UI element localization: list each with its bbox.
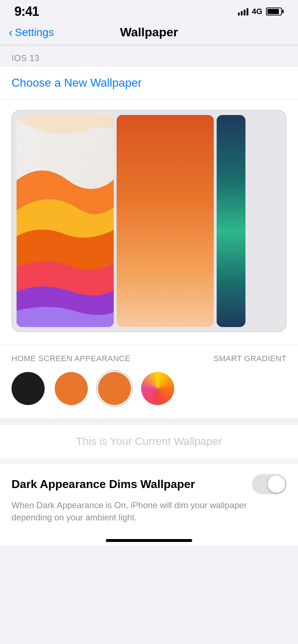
nav-bar: ‹ Settings Wallpaper	[0, 22, 298, 45]
current-wallpaper-section: This is Your Current Wallpaper	[0, 424, 298, 458]
page-title: Wallpaper	[120, 25, 178, 39]
current-wallpaper-label: This is Your Current Wallpaper	[76, 435, 222, 447]
home-indicator	[106, 539, 192, 542]
color-black[interactable]	[12, 372, 45, 405]
signal-icon	[238, 8, 248, 15]
dark-appearance-row: Dark Appearance Dims Wallpaper	[12, 474, 286, 494]
svg-rect-1	[117, 115, 214, 327]
color-circles	[12, 372, 286, 405]
color-gradient[interactable]	[141, 372, 174, 405]
home-wallpaper	[117, 115, 214, 327]
dark-appearance-section: Dark Appearance Dims Wallpaper When Dark…	[0, 464, 298, 533]
dark-appearance-label: Dark Appearance Dims Wallpaper	[12, 478, 213, 491]
divider	[0, 421, 298, 421]
dark-appearance-description: When Dark Appearance is On, iPhone will …	[12, 499, 286, 523]
home-screen-wallpaper-card[interactable]	[117, 115, 214, 327]
chevron-left-icon: ‹	[9, 26, 13, 38]
status-icons: 4G	[238, 7, 284, 16]
color-orange[interactable]	[55, 372, 88, 405]
back-label: Settings	[15, 26, 54, 38]
color-orange-selected[interactable]	[98, 372, 131, 405]
appearance-title: HOME SCREEN APPEARANCE	[12, 354, 130, 363]
status-time: 9:41	[14, 4, 39, 19]
choose-wallpaper-link[interactable]: Choose a New Wallpaper	[12, 76, 142, 89]
smart-gradient-label: SMART GRADIENT	[213, 354, 286, 363]
appearance-header: HOME SCREEN APPEARANCE SMART GRADIENT	[12, 354, 286, 363]
toggle-thumb	[268, 475, 285, 493]
status-bar: 9:41 4G	[0, 0, 298, 22]
wallpaper-cards-container[interactable]	[12, 110, 286, 332]
appearance-section: HOME SCREEN APPEARANCE SMART GRADIENT	[0, 345, 298, 418]
back-button[interactable]: ‹ Settings	[9, 26, 54, 38]
lock-wallpaper	[17, 115, 114, 327]
battery-icon	[266, 8, 284, 15]
home-indicator-bar	[0, 533, 298, 546]
lock-screen-wallpaper-card[interactable]	[17, 115, 114, 327]
section-header-text: IOS 13	[12, 53, 40, 63]
svg-rect-2	[217, 115, 245, 327]
choose-wallpaper-row[interactable]: Choose a New Wallpaper	[0, 67, 298, 99]
third-wallpaper-card[interactable]	[217, 115, 245, 327]
network-label: 4G	[252, 7, 262, 16]
third-wallpaper	[217, 115, 245, 327]
dark-appearance-toggle[interactable]	[252, 474, 286, 494]
wallpaper-preview-section	[0, 99, 298, 345]
section-header: IOS 13	[0, 45, 298, 67]
